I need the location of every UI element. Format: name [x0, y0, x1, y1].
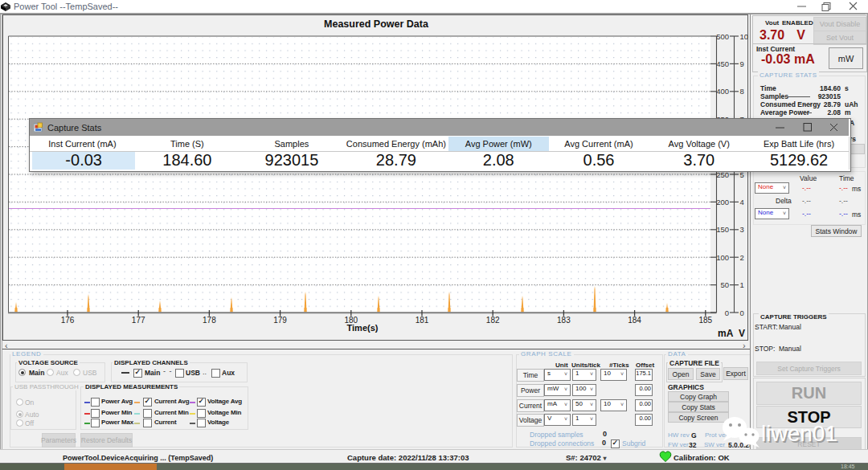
svg-text:182: 182: [486, 316, 500, 325]
svg-text:177: 177: [132, 316, 145, 325]
svg-text:0: 0: [725, 309, 729, 317]
svg-text:183: 183: [557, 316, 571, 325]
svg-text:4: 4: [740, 198, 744, 206]
svg-text:100: 100: [716, 253, 729, 262]
svg-text:V: V: [739, 328, 745, 339]
svg-text:10: 10: [740, 32, 749, 41]
svg-text:0: 0: [740, 309, 744, 317]
svg-text:179: 179: [273, 316, 287, 325]
svg-text:1: 1: [740, 280, 744, 289]
svg-text:3: 3: [740, 225, 744, 234]
svg-text:mA: mA: [718, 328, 734, 339]
svg-text:176: 176: [61, 316, 75, 325]
svg-text:181: 181: [416, 316, 429, 325]
svg-text:Time(s): Time(s): [347, 323, 379, 333]
svg-text:500: 500: [716, 32, 729, 41]
svg-text:185: 185: [698, 316, 712, 325]
svg-text:8: 8: [740, 87, 744, 96]
svg-text:liwen01: liwen01: [761, 421, 837, 446]
svg-text:50: 50: [720, 280, 729, 289]
svg-text:9: 9: [740, 59, 744, 68]
svg-text:400: 400: [716, 87, 729, 96]
svg-text:178: 178: [203, 316, 216, 325]
svg-text:200: 200: [716, 198, 729, 206]
svg-text:2: 2: [740, 253, 744, 262]
svg-text:184: 184: [628, 316, 641, 325]
svg-text:450: 450: [716, 59, 729, 68]
svg-text:150: 150: [716, 225, 729, 234]
